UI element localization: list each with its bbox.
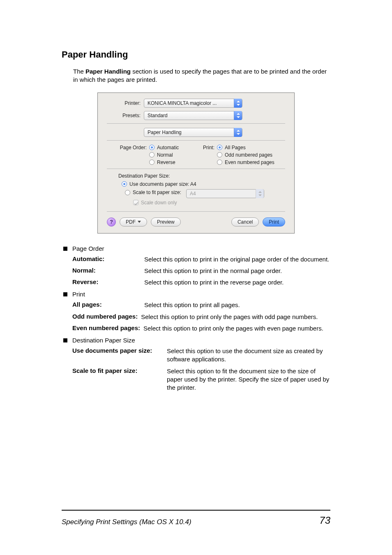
def-desc: Select this option to print only the pag…: [143, 324, 330, 333]
chevron-down-icon: [138, 221, 141, 223]
def-desc: Select this option to print all pages.: [144, 301, 330, 309]
printer-value: KONICA MINOLTA magicolor ...: [144, 100, 234, 106]
print-button[interactable]: Print: [263, 217, 285, 227]
radio-print-odd[interactable]: Odd numbered pages: [217, 152, 274, 158]
chevron-updown-icon: [234, 111, 242, 120]
presets-label: Presets:: [107, 113, 144, 118]
print-label: Print: [269, 219, 279, 225]
cancel-label: Cancel: [238, 219, 253, 225]
def-desc: Select this option to print in the rever…: [144, 278, 330, 287]
def-term: All pages:: [72, 301, 144, 308]
help-button[interactable]: ?: [107, 217, 116, 227]
preview-label: Preview: [157, 219, 175, 225]
destination-title: Destination Paper Size:: [118, 173, 285, 179]
radio-use-documents-size[interactable]: Use documents paper size: A4: [122, 181, 285, 187]
def-term: Even numbered pages:: [72, 324, 140, 331]
radio-print-even[interactable]: Even numbered pages: [217, 160, 274, 165]
def-term: Automatic:: [72, 255, 144, 262]
print-dialog: Printer: KONICA MINOLTA magicolor ... Pr…: [97, 92, 295, 234]
bullet-icon: [63, 338, 67, 342]
radio-print-all[interactable]: All Pages: [217, 145, 274, 150]
preview-button[interactable]: Preview: [151, 217, 181, 227]
check-scale-down-only: Scale down only: [133, 200, 285, 206]
intro-bold: Paper Handling: [85, 68, 131, 75]
radio-page-order-automatic[interactable]: Automatic: [149, 145, 179, 150]
footer-title: Specifying Print Settings (Mac OS X 10.4…: [62, 518, 191, 526]
pdf-label: PDF: [126, 219, 136, 225]
panel-select[interactable]: Paper Handling: [144, 128, 242, 137]
radio-label: All Pages: [225, 145, 246, 150]
presets-select[interactable]: Standard: [144, 111, 242, 120]
panel-value: Paper Handling: [144, 130, 234, 135]
print-label: Print:: [201, 145, 217, 165]
pdf-button[interactable]: PDF: [120, 217, 147, 227]
bullet-icon: [63, 247, 67, 251]
intro-pre: The: [73, 68, 85, 75]
def-desc: Select this option to print in the norma…: [144, 267, 330, 275]
bullet-title: Destination Paper Size: [72, 337, 330, 344]
radio-label: Scale to fit paper size:: [133, 190, 181, 195]
chevron-updown-icon: [234, 99, 242, 108]
cancel-button[interactable]: Cancel: [231, 217, 259, 227]
intro-paragraph: The Paper Handling section is used to sp…: [73, 67, 330, 84]
divider: [107, 169, 285, 169]
bullet-icon: [63, 292, 67, 296]
radio-page-order-normal[interactable]: Normal: [149, 152, 179, 158]
printer-select[interactable]: KONICA MINOLTA magicolor ...: [144, 99, 242, 108]
checkbox-icon: [133, 200, 138, 205]
divider: [107, 140, 285, 141]
chevron-updown-icon: [256, 189, 264, 198]
page-order-label: Page Order:: [118, 145, 149, 165]
def-term: Odd numbered pages:: [72, 313, 138, 320]
def-desc: Select this option to print only the pag…: [141, 313, 330, 321]
bullet-title: Page Order: [72, 245, 330, 252]
printer-label: Printer:: [107, 100, 144, 106]
radio-label: Even numbered pages: [225, 160, 274, 165]
def-term: Scale to fit paper size:: [72, 367, 167, 374]
divider: [107, 211, 285, 212]
scale-paper-select: A4: [186, 189, 264, 198]
radio-label: Reverse: [157, 160, 175, 165]
chevron-updown-icon: [234, 128, 242, 137]
def-term: Use documents paper size:: [72, 347, 167, 354]
section-heading: Paper Handling: [62, 49, 330, 60]
help-icon: ?: [110, 219, 113, 225]
def-term: Normal:: [72, 267, 144, 274]
presets-value: Standard: [144, 113, 234, 118]
radio-label: Odd numbered pages: [225, 152, 272, 158]
radio-label: Automatic: [157, 145, 179, 150]
page-footer: Specifying Print Settings (Mac OS X 10.4…: [62, 510, 330, 526]
def-term: Reverse:: [72, 278, 144, 285]
def-desc: Select this option to print in the origi…: [144, 255, 330, 264]
bullet-title: Print: [72, 291, 330, 298]
def-desc: Select this option to fit the document s…: [167, 367, 330, 392]
scale-value: A4: [187, 191, 256, 197]
footer-page-number: 73: [319, 515, 330, 526]
radio-label: Normal: [157, 152, 173, 158]
check-label: Scale down only: [141, 200, 177, 206]
def-desc: Select this option to use the document s…: [167, 347, 330, 364]
divider: [107, 123, 285, 124]
radio-scale-to-fit[interactable]: Scale to fit paper size:: [125, 190, 181, 195]
radio-page-order-reverse[interactable]: Reverse: [149, 160, 179, 165]
radio-label: Use documents paper size: A4: [129, 181, 196, 187]
